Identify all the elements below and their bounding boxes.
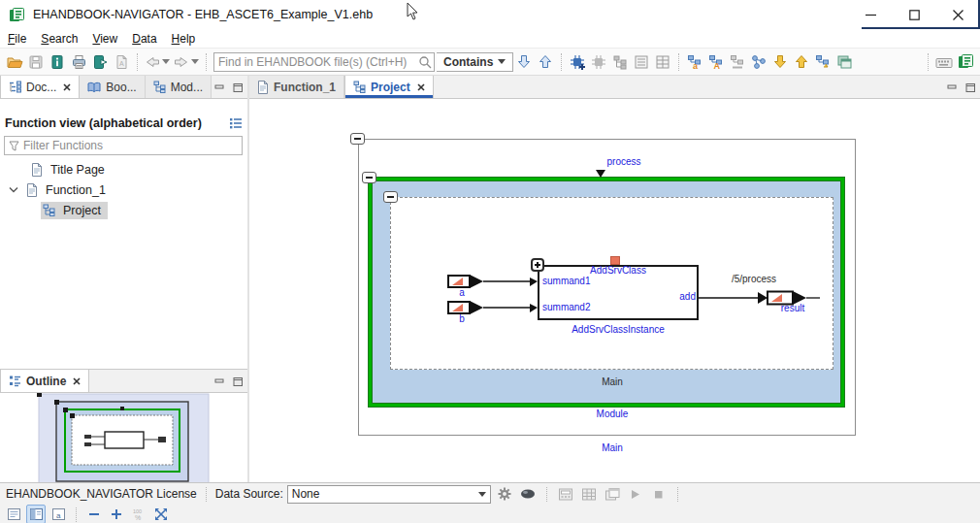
calibration-grid-button[interactable] — [579, 484, 599, 504]
save-button[interactable] — [25, 50, 47, 74]
menu-file[interactable]: File — [8, 30, 35, 48]
trace-connections-button[interactable] — [748, 50, 769, 74]
data-source-settings-button[interactable] — [495, 484, 514, 504]
add-chip-button[interactable] — [567, 50, 588, 74]
menu-data[interactable]: Data — [132, 30, 165, 48]
minimize-panel-icon[interactable] — [947, 82, 958, 93]
single-page-view-button[interactable] — [4, 505, 23, 523]
tab-label: Function_1 — [274, 81, 336, 94]
table-view-button[interactable] — [652, 50, 673, 74]
filter-functions-input[interactable] — [23, 139, 238, 152]
panel-splitter-vertical[interactable] — [247, 76, 249, 482]
list-view-icon — [634, 54, 649, 70]
search-input[interactable] — [218, 55, 418, 69]
page-icon — [31, 163, 43, 177]
expand-block-button[interactable] — [531, 258, 544, 272]
open-folder-icon — [7, 54, 23, 70]
play-icon — [629, 488, 641, 501]
fit-to-screen-button[interactable] — [151, 505, 171, 523]
shortcuts-button[interactable] — [933, 50, 955, 74]
mouse-cursor — [406, 2, 419, 21]
chip-button[interactable] — [588, 50, 609, 74]
navigate-back-button[interactable] — [143, 50, 172, 74]
forward-icon — [174, 55, 189, 69]
open-file-button[interactable] — [4, 50, 25, 74]
drill-up-button[interactable] — [791, 50, 812, 74]
search-mode-dropdown[interactable]: Contains — [437, 52, 513, 72]
maximize-panel-icon[interactable] — [965, 82, 976, 93]
process-path-label: /5/process — [715, 275, 793, 284]
new-window-button[interactable] — [833, 50, 855, 74]
editor-area: Function_1 Project process AddSrvClass s… — [249, 76, 980, 482]
diagram-canvas[interactable]: process AddSrvClass summand1 summand2 ad… — [249, 99, 980, 482]
tree-item-label: Project — [60, 203, 104, 218]
floating-window-icon — [604, 487, 620, 502]
show-class-names-button[interactable]: A — [705, 50, 727, 74]
tree-item-function-1[interactable]: Function_1 — [0, 180, 247, 200]
show-instance-names-button[interactable]: a — [684, 50, 705, 74]
pdf-export-button[interactable]: A — [111, 50, 132, 74]
tree-item-project[interactable]: Project — [0, 200, 247, 220]
split-view-button[interactable] — [26, 505, 46, 523]
find-previous-button[interactable] — [535, 50, 556, 74]
print-button[interactable] — [68, 50, 89, 74]
menu-bar: File Search View Data Help — [0, 29, 980, 49]
collapse-task-button[interactable] — [383, 191, 398, 203]
menu-search[interactable]: Search — [41, 30, 86, 48]
open-ehb-info-button[interactable] — [47, 50, 68, 74]
start-visualization-button[interactable] — [626, 484, 645, 504]
collapse-main-button[interactable] — [350, 133, 365, 145]
zoom-100-button[interactable]: 100% — [129, 505, 148, 523]
tab-book-view[interactable]: Boo... — [80, 76, 145, 98]
data-source-select[interactable]: None — [287, 485, 491, 504]
close-button[interactable] — [936, 0, 980, 29]
about-ehb-button[interactable] — [955, 50, 976, 74]
tab-model-view[interactable]: Mod... — [146, 76, 212, 98]
chip-icon — [591, 54, 606, 70]
export-button[interactable] — [89, 50, 111, 74]
minimize-panel-icon[interactable] — [214, 376, 225, 387]
close-tab-icon[interactable] — [417, 83, 425, 91]
svg-text:%: % — [135, 514, 141, 521]
collapse-module-button[interactable] — [362, 172, 376, 183]
model-tree-button[interactable] — [609, 50, 631, 74]
view-menu-icon[interactable] — [229, 117, 243, 129]
stop-visualization-button[interactable] — [649, 484, 669, 504]
minimize-button[interactable] — [849, 0, 893, 29]
title-bar: EHANDBOOK-NAVIGATOR - EHB_ASCET6_Example… — [0, 0, 980, 29]
outline-thumbnail[interactable] — [0, 393, 247, 482]
chevron-expanded-icon[interactable] — [9, 186, 18, 193]
maximize-panel-icon[interactable] — [233, 82, 244, 93]
list-view-button[interactable] — [631, 50, 652, 74]
floating-window-button[interactable] — [603, 484, 622, 504]
open-in-tree-button[interactable] — [812, 50, 833, 74]
close-tab-icon[interactable] — [73, 377, 81, 385]
tab-document-view[interactable]: Doc... — [0, 76, 80, 98]
drill-down-button[interactable] — [769, 50, 791, 74]
find-next-button[interactable] — [513, 50, 535, 74]
menu-help[interactable]: Help — [172, 30, 205, 48]
zoom-out-button[interactable] — [84, 505, 104, 523]
zoom-in-button[interactable] — [107, 505, 126, 523]
chevron-down-icon — [498, 59, 506, 64]
close-tab-icon[interactable] — [63, 83, 71, 91]
tree-item-title-page[interactable]: Title Page — [0, 159, 247, 180]
pdf-export-icon: A — [114, 54, 129, 70]
minimize-panel-icon[interactable] — [214, 82, 225, 93]
tab-project[interactable]: Project — [344, 76, 434, 98]
breakpoint-marker[interactable] — [610, 256, 620, 265]
maximize-button[interactable] — [893, 0, 936, 29]
tab-outline[interactable]: Outline — [0, 370, 89, 392]
navigate-forward-button[interactable] — [172, 50, 201, 74]
pin-add-label: add — [657, 292, 696, 302]
tab-function-1[interactable]: Function_1 — [249, 76, 344, 98]
data-source-connect-button[interactable] — [518, 484, 538, 504]
instrument-panel-button[interactable] — [556, 484, 575, 504]
hide-names-button[interactable] — [727, 50, 748, 74]
maximize-panel-icon[interactable] — [233, 376, 244, 387]
menu-view[interactable]: View — [92, 30, 126, 48]
main-outer-label: Main — [564, 443, 661, 453]
instrument-icon — [558, 487, 573, 502]
page-icon — [26, 183, 38, 197]
annotation-view-button[interactable]: a — [49, 505, 68, 523]
